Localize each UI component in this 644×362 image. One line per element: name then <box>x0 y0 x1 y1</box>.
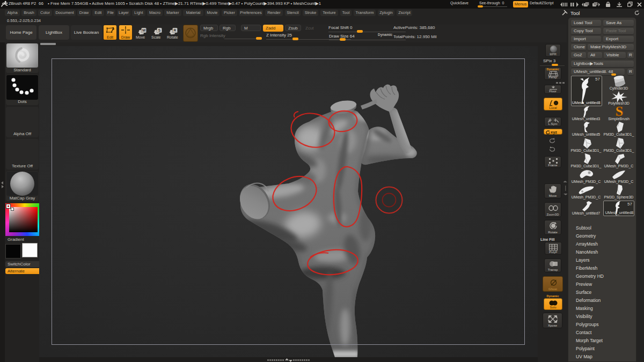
svg-text:S: S <box>158 28 160 33</box>
svg-text:R: R <box>173 28 177 33</box>
svg-text:M: M <box>142 28 145 33</box>
